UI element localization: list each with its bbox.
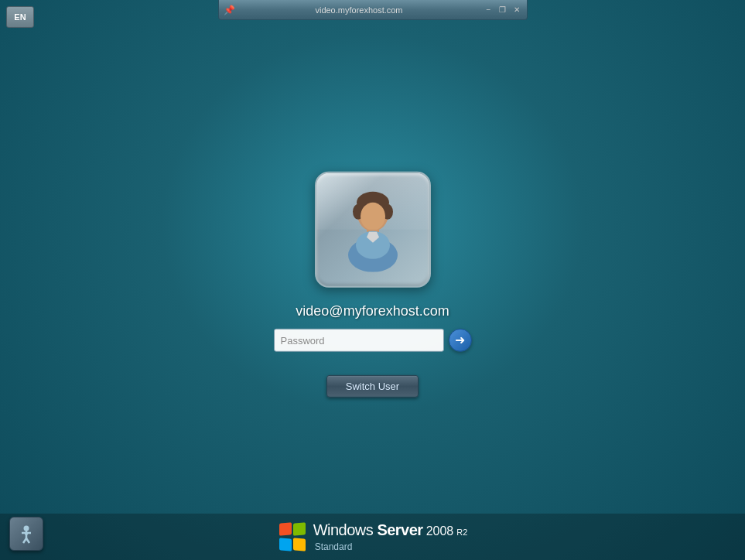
flag-q1 <box>279 522 292 535</box>
username-label: video@myforexhost.com <box>296 303 449 319</box>
windows-text: Windows Server 2008 R2 Standard <box>313 521 468 553</box>
accessibility-button[interactable] <box>9 517 43 551</box>
language-code: EN <box>14 12 26 22</box>
bottom-bar: Windows Server 2008 R2 Standard <box>0 514 745 560</box>
windows-year: 2008 <box>426 524 454 538</box>
submit-button[interactable]: ➜ <box>449 329 472 352</box>
svg-line-13 <box>26 538 29 543</box>
flag-q4 <box>293 538 306 551</box>
user-avatar <box>315 172 431 288</box>
restore-button[interactable]: ❐ <box>497 5 508 15</box>
svg-point-8 <box>24 526 29 531</box>
password-input[interactable] <box>274 329 444 352</box>
arrow-icon: ➜ <box>455 334 465 347</box>
title-bar: 📌 video.myforexhost.com − ❐ ✕ <box>218 0 528 20</box>
title-bar-buttons: − ❐ ✕ <box>484 5 522 15</box>
flag-q3 <box>279 538 292 551</box>
user-icon <box>330 187 415 272</box>
close-button[interactable]: ✕ <box>511 5 522 15</box>
windows-logo: Windows Server 2008 R2 Standard <box>278 521 468 553</box>
windows-product-name: Windows Server 2008 R2 <box>313 521 468 539</box>
language-indicator[interactable]: EN <box>6 6 34 28</box>
flag-q2 <box>293 522 306 535</box>
windows-word: Windows Server <box>313 521 423 539</box>
svg-point-4 <box>361 203 385 230</box>
minimize-button[interactable]: − <box>484 5 494 15</box>
title-bar-text: video.myforexhost.com <box>235 5 484 15</box>
login-container: video@myforexhost.com ➜ Switch User <box>274 172 472 398</box>
pin-icon: 📌 <box>224 5 235 15</box>
windows-edition: Standard <box>313 539 353 553</box>
windows-r2: R2 <box>456 528 467 537</box>
accessibility-icon <box>15 523 37 545</box>
switch-user-label: Switch User <box>346 381 399 392</box>
switch-user-button[interactable]: Switch User <box>326 375 419 398</box>
password-row: ➜ <box>274 329 472 352</box>
windows-flag-icon <box>278 523 306 551</box>
